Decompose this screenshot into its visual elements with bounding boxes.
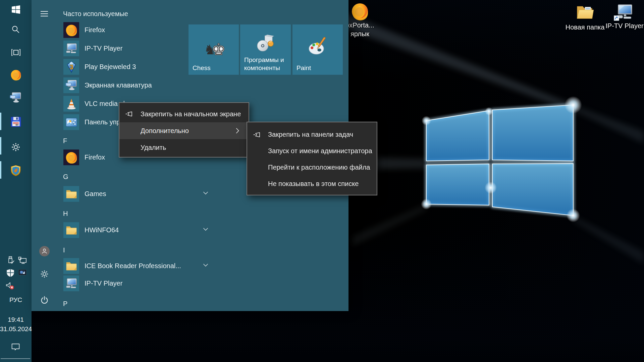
bejeweled-icon [63, 59, 79, 75]
context-submenu: Закрепить на панели задач Запуск от имен… [247, 122, 377, 195]
clock-time[interactable]: 19:41 [0, 316, 32, 323]
submenu-item-dont-show-in-list[interactable]: Не показывать в этом списке [247, 176, 377, 192]
tray-volume-muted-icon[interactable] [5, 281, 15, 290]
running-indicator [0, 137, 1, 155]
app-item-iptv-player[interactable]: IP-TV Player [63, 41, 174, 56]
windows-logo-icon [12, 5, 20, 14]
start-button[interactable] [0, 3, 32, 16]
app-item-ice-book-reader-folder[interactable]: ICE Book Reader Professional... [63, 258, 174, 274]
context-item-pin-to-start[interactable]: Закрепить на начальном экране [119, 106, 249, 122]
hamburger-menu-button[interactable] [32, 10, 57, 18]
task-view-icon [11, 48, 20, 57]
chess-icon [189, 37, 239, 59]
taskbar-antivirus-button[interactable] [0, 164, 32, 177]
frequent-apps-header: Часто используемые [63, 10, 128, 18]
tile-paint[interactable]: Paint [292, 24, 343, 75]
language-indicator[interactable]: РУС [0, 296, 32, 304]
taskbar-edge-line [1, 358, 30, 359]
chevron-down-icon[interactable] [203, 263, 208, 267]
control-panel-icon [63, 114, 79, 130]
taskbar-search-button[interactable] [0, 23, 32, 36]
gear-icon [40, 269, 49, 279]
shortcut-arrow-icon [614, 15, 619, 21]
taskbar-onscreen-keyboard-button[interactable] [0, 91, 32, 105]
iptv-player-icon [63, 276, 79, 291]
app-item-iptv-player[interactable]: IP-TV Player [63, 276, 174, 291]
context-item-more[interactable]: Дополнительно [119, 122, 249, 139]
section-letter-I[interactable]: I [63, 246, 65, 254]
tray-defender-icon[interactable] [6, 268, 15, 277]
desktop-icon-label: IP-TV Player [604, 21, 644, 30]
taskbar-settings-button[interactable] [0, 141, 32, 153]
action-center-icon[interactable] [11, 343, 20, 352]
pin-icon [253, 131, 261, 139]
submenu-item-run-as-admin[interactable]: Запуск от имени администратора [247, 143, 377, 159]
submenu-arrow-icon [236, 128, 239, 134]
tray-usb-icon[interactable] [6, 256, 15, 264]
clock-date[interactable]: 31.05.2024 [0, 325, 32, 333]
programs-components-icon [240, 33, 291, 53]
context-item-uninstall[interactable]: Удалить [119, 139, 249, 156]
folder-icon [575, 3, 595, 21]
section-letter-G[interactable]: G [63, 172, 68, 181]
firefox-icon [351, 2, 369, 21]
power-button[interactable] [32, 295, 57, 305]
start-settings-button[interactable] [32, 269, 57, 279]
app-item-firefox[interactable]: Firefox [63, 22, 174, 38]
onscreen-keyboard-icon [9, 92, 22, 104]
pin-icon [125, 110, 133, 118]
app-item-games-folder[interactable]: Games [63, 186, 174, 202]
tray-tv-app-icon[interactable] [18, 268, 27, 277]
paint-icon [292, 37, 343, 57]
section-letter-H[interactable]: H [63, 209, 68, 218]
avatar-icon [39, 246, 50, 257]
folder-icon [63, 222, 79, 238]
firefox-icon [63, 22, 79, 38]
app-item-onscreen-keyboard[interactable]: Экранная клавиатура [63, 77, 174, 93]
submenu-item-pin-to-taskbar[interactable]: Закрепить на панели задач [247, 126, 377, 143]
tile-programs-and-components[interactable]: Программы и компоненты [240, 24, 291, 75]
antivirus-shield-icon [10, 165, 22, 177]
desktop-icon-label: Новая папка [565, 23, 605, 32]
chevron-down-icon[interactable] [203, 228, 208, 231]
iptv-player-icon [63, 41, 79, 56]
chevron-down-icon[interactable] [203, 191, 208, 195]
firefox-icon [10, 69, 22, 81]
desktop-icon-new-folder[interactable]: Новая папка [565, 3, 605, 32]
running-indicator [0, 113, 1, 130]
taskbar-firefox-button[interactable] [0, 68, 32, 81]
gear-icon [11, 142, 21, 152]
taskbar: РУС 19:41 31.05.2024 [0, 0, 32, 362]
desktop-icon-iptv-player[interactable]: IP-TV Player [604, 3, 644, 30]
taskbar-hwinfo-button[interactable] [0, 115, 32, 128]
section-letter-F[interactable]: F [63, 136, 67, 145]
taskbar-taskview-button[interactable] [0, 46, 32, 58]
running-indicator [0, 161, 1, 179]
firefox-icon [63, 149, 79, 165]
hwinfo-floppy-icon [10, 116, 22, 128]
search-icon [11, 25, 20, 34]
app-item-hwinfo-folder[interactable]: HWiNFO64 [63, 222, 174, 238]
submenu-item-open-file-location[interactable]: Перейти к расположению файла [247, 159, 377, 176]
user-avatar-button[interactable] [32, 246, 57, 256]
context-menu: Закрепить на начальном экране Дополнител… [119, 102, 249, 158]
vlc-icon [63, 96, 79, 112]
onscreen-keyboard-icon [63, 77, 79, 93]
tray-network-icon[interactable] [18, 256, 27, 265]
app-item-bejeweled[interactable]: Play Bejeweled 3 [63, 59, 174, 75]
section-letter-P[interactable]: P [63, 299, 67, 308]
tile-chess[interactable]: Chess [189, 24, 239, 75]
folder-icon [63, 186, 79, 202]
power-icon [40, 296, 49, 305]
folder-icon [63, 258, 79, 274]
